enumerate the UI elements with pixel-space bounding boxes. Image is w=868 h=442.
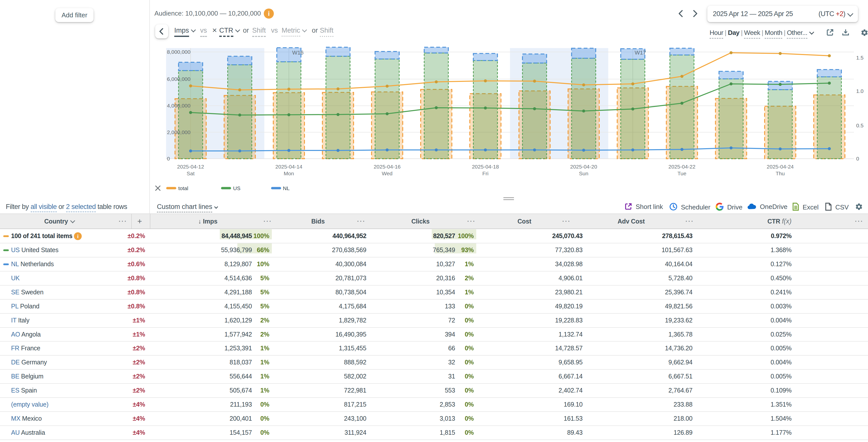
svg-text:0: 0 — [856, 156, 859, 162]
svg-text:1.5: 1.5 — [856, 55, 864, 61]
svg-text:8,000,000: 8,000,000 — [167, 49, 190, 55]
svg-text:2025-04-18: 2025-04-18 — [472, 164, 499, 170]
svg-text:Fri: Fri — [482, 171, 489, 176]
svg-text:Tue: Tue — [677, 171, 686, 176]
svg-text:2025-04-24: 2025-04-24 — [767, 164, 794, 170]
svg-text:total: total — [178, 185, 188, 191]
svg-text:0: 0 — [167, 156, 170, 162]
svg-text:Sat: Sat — [187, 171, 195, 176]
svg-text:NL: NL — [283, 185, 290, 191]
svg-text:2025-04-16: 2025-04-16 — [374, 164, 401, 170]
svg-text:4,000,000: 4,000,000 — [167, 103, 190, 108]
svg-text:1.0: 1.0 — [856, 88, 864, 94]
svg-text:6,000,000: 6,000,000 — [167, 76, 190, 82]
svg-text:Wed: Wed — [382, 171, 393, 176]
svg-text:0.5: 0.5 — [856, 123, 864, 128]
svg-text:2025-04-22: 2025-04-22 — [668, 164, 695, 170]
svg-text:2025-04-12: 2025-04-12 — [177, 164, 204, 170]
svg-text:Sun: Sun — [579, 171, 588, 176]
svg-text:Thu: Thu — [776, 171, 785, 176]
svg-text:W16: W16 — [292, 49, 304, 56]
svg-text:US: US — [233, 185, 240, 191]
svg-text:2025-04-14: 2025-04-14 — [275, 164, 303, 170]
svg-text:2025-04-20: 2025-04-20 — [570, 164, 597, 170]
svg-text:W17: W17 — [634, 49, 646, 56]
svg-text:Mon: Mon — [284, 171, 294, 176]
svg-text:2,000,000: 2,000,000 — [167, 129, 190, 135]
